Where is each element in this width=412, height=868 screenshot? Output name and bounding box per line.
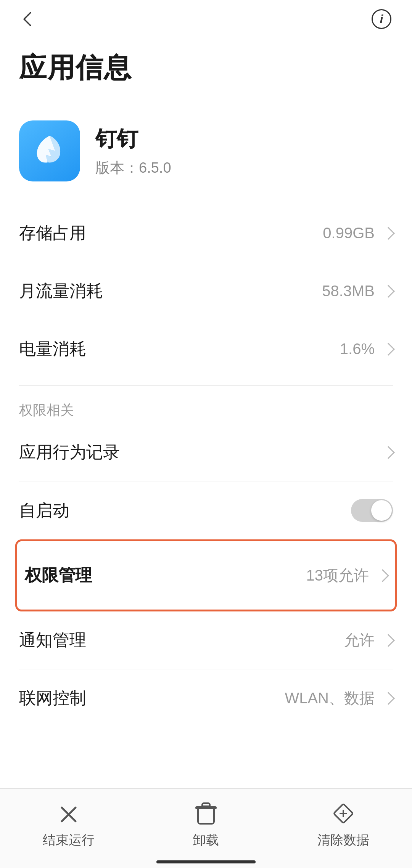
clear-icon-svg: [333, 803, 354, 824]
storage-chevron-icon: [382, 227, 395, 240]
traffic-chevron-icon: [382, 285, 395, 298]
network-label: 联网控制: [19, 687, 86, 709]
content-area: 存储占用 0.99GB 月流量消耗 58.3MB 电量消耗 1.6% 权限相关: [0, 204, 412, 803]
clear-data-icon-container: [330, 800, 357, 827]
behavior-label: 应用行为记录: [19, 441, 120, 464]
page-title: 应用信息: [19, 50, 393, 86]
back-arrow-icon: [23, 11, 38, 27]
info-button[interactable]: i: [370, 8, 393, 30]
network-item[interactable]: 联网控制 WLAN、数据: [19, 669, 393, 727]
home-indicator: [156, 860, 256, 863]
permission-mgmt-chevron-icon: [376, 569, 389, 582]
network-chevron-icon: [382, 692, 395, 705]
bottom-action-bar: 结束运行 卸载 清除数据: [0, 788, 412, 868]
more-permissions-section: 通知管理 允许 联网控制 WLAN、数据: [0, 611, 412, 727]
end-run-button[interactable]: 结束运行: [31, 800, 107, 849]
toggle-knob: [371, 500, 392, 521]
storage-label: 存储占用: [19, 222, 86, 244]
usage-section: 存储占用 0.99GB 月流量消耗 58.3MB 电量消耗 1.6%: [0, 204, 412, 378]
permission-mgmt-value: 13项允许: [306, 565, 369, 586]
clear-data-label: 清除数据: [317, 831, 369, 849]
back-button[interactable]: [19, 8, 42, 30]
permissions-header: 权限相关: [0, 393, 412, 424]
permission-mgmt-highlighted[interactable]: 权限管理 13项允许: [15, 539, 397, 611]
top-navigation: i: [0, 0, 412, 38]
notification-item[interactable]: 通知管理 允许: [19, 611, 393, 669]
permission-mgmt-label: 权限管理: [25, 564, 92, 587]
clear-icon: [333, 803, 354, 824]
traffic-label: 月流量消耗: [19, 280, 103, 302]
app-icon: [19, 120, 80, 181]
notification-value: 允许: [344, 630, 375, 651]
behavior-item[interactable]: 应用行为记录: [19, 424, 393, 481]
uninstall-icon-container: [193, 800, 219, 827]
x-icon: [58, 803, 79, 824]
permission-mgmt-item[interactable]: 权限管理 13项允许: [21, 553, 391, 598]
storage-value: 0.99GB: [323, 225, 375, 242]
behavior-right: [381, 448, 393, 457]
section-divider: [19, 385, 393, 386]
traffic-value: 58.3MB: [322, 282, 375, 300]
app-info-section: 钉钉 版本：6.5.0: [0, 105, 412, 204]
storage-item[interactable]: 存储占用 0.99GB: [19, 204, 393, 262]
behavior-chevron-icon: [382, 446, 395, 459]
trash-body: [197, 808, 215, 825]
permission-mgmt-right: 13项允许: [306, 565, 388, 586]
battery-label: 电量消耗: [19, 338, 86, 360]
trash-icon: [196, 802, 216, 825]
app-version: 版本：6.5.0: [95, 158, 171, 178]
battery-right: 1.6%: [340, 340, 393, 358]
traffic-item[interactable]: 月流量消耗 58.3MB: [19, 262, 393, 320]
app-icon-svg: [29, 130, 71, 172]
network-right: WLAN、数据: [285, 688, 393, 709]
battery-item[interactable]: 电量消耗 1.6%: [19, 320, 393, 378]
autostart-label: 自启动: [19, 499, 69, 522]
autostart-toggle[interactable]: [351, 499, 393, 522]
storage-right: 0.99GB: [323, 225, 393, 242]
notification-right: 允许: [344, 630, 393, 651]
end-run-label: 结束运行: [43, 831, 95, 849]
permissions-section: 应用行为记录 自启动: [0, 424, 412, 539]
app-details: 钉钉 版本：6.5.0: [95, 125, 171, 178]
network-value: WLAN、数据: [285, 688, 375, 709]
battery-chevron-icon: [382, 343, 395, 356]
info-circle-icon: i: [372, 9, 391, 29]
notification-chevron-icon: [382, 634, 395, 647]
uninstall-button[interactable]: 卸载: [168, 800, 244, 849]
autostart-item[interactable]: 自启动: [19, 481, 393, 539]
notification-label: 通知管理: [19, 629, 86, 651]
battery-value: 1.6%: [340, 340, 375, 358]
page-title-section: 应用信息: [0, 38, 412, 105]
traffic-right: 58.3MB: [322, 282, 393, 300]
end-run-icon-container: [55, 800, 82, 827]
app-name: 钉钉: [95, 125, 171, 154]
clear-data-button[interactable]: 清除数据: [305, 800, 381, 849]
autostart-right: [351, 499, 393, 522]
uninstall-label: 卸载: [193, 831, 219, 849]
